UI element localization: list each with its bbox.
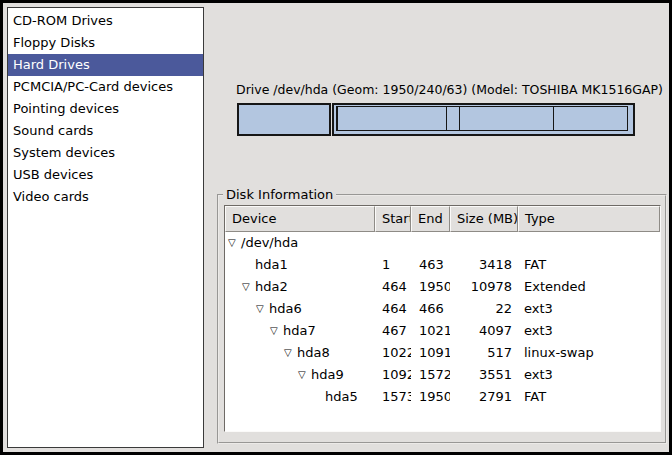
partition-segment-hda1[interactable]: [237, 103, 331, 136]
device-name: hda9: [311, 364, 344, 386]
hardware-browser-window: CD-ROM DrivesFloppy DisksHard DrivesPCMC…: [0, 0, 672, 455]
device-name: hda6: [269, 298, 302, 320]
start-cell: [375, 232, 411, 254]
size-cell: 3418: [450, 254, 518, 276]
start-cell: 464: [375, 276, 411, 298]
type-cell: linux-swap: [518, 342, 660, 364]
device-name: hda2: [255, 276, 288, 298]
column-header-size-mb[interactable]: Size (MB): [450, 206, 518, 232]
start-cell: 464: [375, 298, 411, 320]
disk-information-frame: Disk Information DeviceStartEndSize (MB)…: [217, 187, 667, 444]
sidebar-item-usb-devices[interactable]: USB devices: [8, 164, 203, 186]
table-row-hda6[interactable]: ▽hda646446622ext3: [225, 298, 660, 320]
partition-segment-hda5[interactable]: [553, 106, 628, 131]
table-row-hda1[interactable]: hda114633418FAT: [225, 254, 660, 276]
disk-information-label: Disk Information: [223, 187, 336, 202]
start-cell: 467: [375, 320, 411, 342]
end-cell: [411, 232, 450, 254]
type-cell: ext3: [518, 298, 660, 320]
expander-icon[interactable]: ▽: [298, 364, 311, 386]
drive-title: Drive /dev/hda (Geom: 1950/240/63) (Mode…: [236, 82, 663, 97]
expander-icon[interactable]: ▽: [256, 298, 269, 320]
device-cell: ▽/dev/hda: [225, 232, 375, 254]
tree-indent: [228, 331, 270, 332]
tree-indent: [228, 287, 242, 288]
device-cell: ▽hda9: [225, 364, 375, 386]
size-cell: [450, 232, 518, 254]
size-cell: 22: [450, 298, 518, 320]
disk-table-body: ▽/dev/hdahda114633418FAT▽hda246419501097…: [225, 232, 660, 408]
sidebar-item-cd-rom-drives[interactable]: CD-ROM Drives: [8, 10, 203, 32]
disk-table: DeviceStartEndSize (MB)Type ▽/dev/hdahda…: [224, 205, 661, 432]
device-name: /dev/hda: [241, 232, 298, 254]
device-name: hda8: [297, 342, 330, 364]
device-cell: hda5: [225, 386, 375, 408]
column-header-end[interactable]: End: [411, 206, 450, 232]
device-cell: ▽hda8: [225, 342, 375, 364]
device-cell: ▽hda7: [225, 320, 375, 342]
device-name: hda7: [283, 320, 316, 342]
end-cell: 463: [411, 254, 450, 276]
table-row-hda7[interactable]: ▽hda746710214097ext3: [225, 320, 660, 342]
table-row-hda2[interactable]: ▽hda2464195010978Extended: [225, 276, 660, 298]
size-cell: 517: [450, 342, 518, 364]
expander-icon[interactable]: ▽: [270, 320, 283, 342]
start-cell: 1573: [375, 386, 411, 408]
tree-indent: [228, 397, 312, 398]
device-cell: ▽hda6: [225, 298, 375, 320]
partition-segment-hda7[interactable]: [337, 106, 447, 131]
partition-segment-hda9[interactable]: [459, 106, 554, 131]
size-cell: 4097: [450, 320, 518, 342]
table-row-hda9[interactable]: ▽hda9109215723551ext3: [225, 364, 660, 386]
expander-icon[interactable]: ▽: [284, 342, 297, 364]
tree-indent: [228, 265, 242, 266]
type-cell: [518, 232, 660, 254]
partition-bar: [237, 103, 635, 136]
sidebar-item-sound-cards[interactable]: Sound cards: [8, 120, 203, 142]
sidebar-item-hard-drives[interactable]: Hard Drives: [8, 54, 203, 76]
partition-segment-hda2[interactable]: [332, 103, 635, 136]
column-header-device[interactable]: Device: [225, 206, 375, 232]
table-row-hda8[interactable]: ▽hda810221091517linux-swap: [225, 342, 660, 364]
end-cell: 1572: [411, 364, 450, 386]
device-cell: ▽hda2: [225, 276, 375, 298]
sidebar-item-video-cards[interactable]: Video cards: [8, 186, 203, 208]
type-cell: FAT: [518, 254, 660, 276]
end-cell: 1021: [411, 320, 450, 342]
expander-icon[interactable]: ▽: [242, 276, 255, 298]
partition-segment-hda8[interactable]: [446, 106, 460, 131]
sidebar-item-floppy-disks[interactable]: Floppy Disks: [8, 32, 203, 54]
type-cell: Extended: [518, 276, 660, 298]
end-cell: 1950: [411, 386, 450, 408]
size-cell: 10978: [450, 276, 518, 298]
disk-table-header: DeviceStartEndSize (MB)Type: [225, 206, 660, 232]
sidebar-item-system-devices[interactable]: System devices: [8, 142, 203, 164]
sidebar-item-pointing-devices[interactable]: Pointing devices: [8, 98, 203, 120]
start-cell: 1092: [375, 364, 411, 386]
table-row-dev-hda[interactable]: ▽/dev/hda: [225, 232, 660, 254]
start-cell: 1022: [375, 342, 411, 364]
device-name: hda1: [255, 254, 288, 276]
device-name: hda5: [325, 386, 358, 408]
end-cell: 466: [411, 298, 450, 320]
tree-indent: [228, 309, 256, 310]
column-header-start[interactable]: Start: [375, 206, 411, 232]
start-cell: 1: [375, 254, 411, 276]
size-cell: 2791: [450, 386, 518, 408]
end-cell: 1950: [411, 276, 450, 298]
device-cell: hda1: [225, 254, 375, 276]
size-cell: 3551: [450, 364, 518, 386]
end-cell: 1091: [411, 342, 450, 364]
column-header-type[interactable]: Type: [518, 206, 660, 232]
sidebar-item-pcmcia-pc-card-devices[interactable]: PCMCIA/PC-Card devices: [8, 76, 203, 98]
type-cell: ext3: [518, 364, 660, 386]
type-cell: FAT: [518, 386, 660, 408]
type-cell: ext3: [518, 320, 660, 342]
table-row-hda5[interactable]: hda5157319502791FAT: [225, 386, 660, 408]
device-category-list: CD-ROM DrivesFloppy DisksHard DrivesPCMC…: [7, 7, 204, 448]
tree-indent: [228, 375, 298, 376]
tree-indent: [228, 353, 284, 354]
expander-icon[interactable]: ▽: [228, 232, 241, 254]
